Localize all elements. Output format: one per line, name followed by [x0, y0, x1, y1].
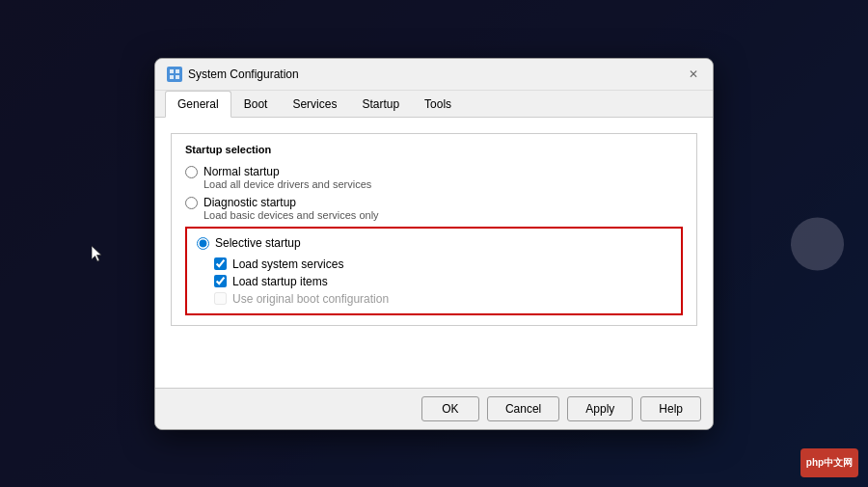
selective-startup-label: Selective startup — [215, 236, 301, 250]
load-startup-items-label: Load startup items — [232, 275, 328, 288]
use-original-boot-checkbox — [214, 292, 227, 305]
diagnostic-startup-option: Diagnostic startup Load basic devices an… — [185, 196, 683, 221]
ok-button[interactable]: OK — [421, 396, 479, 421]
load-system-services-option: Load system services — [214, 257, 671, 271]
cancel-button[interactable]: Cancel — [487, 396, 559, 421]
tab-general[interactable]: General — [165, 91, 231, 118]
load-system-services-checkbox[interactable] — [214, 257, 227, 270]
title-bar: System Configuration ✕ — [155, 59, 713, 91]
svg-rect-3 — [176, 75, 179, 79]
dialog-title: System Configuration — [188, 68, 299, 81]
normal-startup-radio[interactable] — [185, 166, 198, 178]
normal-startup-sublabel: Load all device drivers and services — [203, 178, 371, 190]
watermark: php中文网 — [800, 448, 858, 477]
tab-services[interactable]: Services — [280, 91, 349, 118]
load-system-services-label: Load system services — [232, 257, 343, 271]
dialog-footer: OK Cancel Apply Help — [155, 388, 713, 429]
diagnostic-startup-sublabel: Load basic devices and services only — [203, 209, 379, 221]
svg-rect-1 — [176, 69, 179, 73]
normal-startup-label: Normal startup — [203, 165, 371, 178]
window-icon — [167, 67, 182, 82]
close-button[interactable]: ✕ — [686, 67, 701, 82]
help-button[interactable]: Help — [640, 396, 701, 421]
diagnostic-startup-label: Diagnostic startup — [203, 196, 379, 209]
startup-selection-group: Startup selection Normal startup Load al… — [171, 133, 697, 326]
selective-startup-header: Selective startup — [197, 236, 671, 250]
selective-startup-radio[interactable] — [197, 237, 209, 250]
decoration-circle — [791, 217, 844, 270]
svg-rect-2 — [170, 75, 174, 79]
apply-button[interactable]: Apply — [567, 396, 633, 421]
selective-startup-box: Selective startup Load system services L… — [185, 227, 683, 315]
load-startup-items-option: Load startup items — [214, 275, 671, 288]
tab-tools[interactable]: Tools — [412, 91, 464, 118]
system-configuration-dialog: System Configuration ✕ General Boot Serv… — [154, 58, 714, 430]
use-original-boot-option: Use original boot configuration — [214, 292, 671, 306]
tab-bar: General Boot Services Startup Tools — [155, 91, 713, 118]
use-original-boot-label: Use original boot configuration — [232, 292, 389, 306]
section-title: Startup selection — [185, 144, 683, 155]
tab-boot[interactable]: Boot — [231, 91, 281, 118]
title-bar-left: System Configuration — [167, 67, 299, 82]
mouse-cursor — [92, 246, 103, 263]
normal-startup-option: Normal startup Load all device drivers a… — [185, 165, 683, 190]
tab-startup[interactable]: Startup — [349, 91, 412, 118]
tab-content: Startup selection Normal startup Load al… — [155, 118, 713, 388]
load-startup-items-checkbox[interactable] — [214, 275, 227, 287]
svg-rect-0 — [170, 69, 174, 73]
diagnostic-startup-radio[interactable] — [185, 197, 198, 209]
